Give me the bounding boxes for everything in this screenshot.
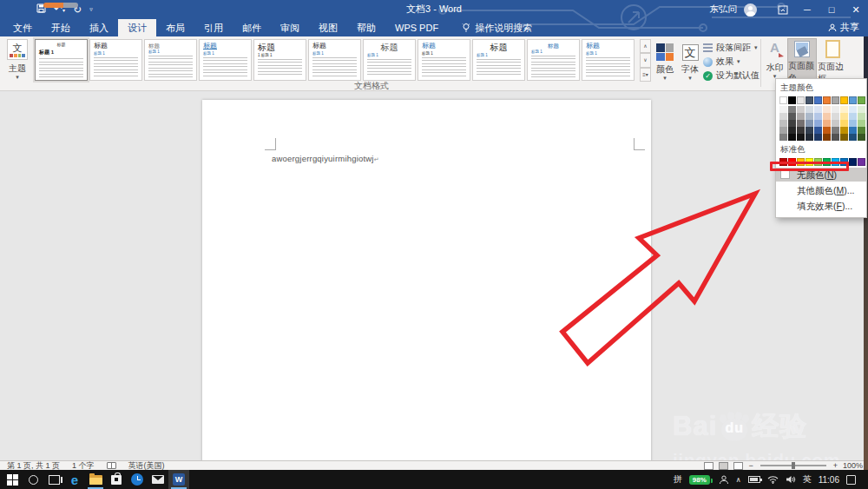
tint-swatch-r3-c8[interactable] <box>840 120 848 127</box>
edge-button[interactable]: e <box>64 470 85 489</box>
theme-color-swatch-3[interactable] <box>797 96 805 104</box>
tint-swatch-r4-c10[interactable] <box>858 127 865 134</box>
tint-swatch-r1-c1[interactable] <box>779 106 787 113</box>
tab-插入[interactable]: 插入 <box>80 19 118 36</box>
page-indicator[interactable]: 第 1 页, 共 1 页 <box>7 461 60 470</box>
tint-swatch-r4-c9[interactable] <box>849 127 857 134</box>
tab-布局[interactable]: 布局 <box>156 19 194 36</box>
read-mode-button[interactable] <box>704 462 713 470</box>
zoom-level[interactable]: 100% <box>843 461 863 470</box>
speaker-icon[interactable] <box>786 475 796 484</box>
tint-swatch-r4-c1[interactable] <box>779 127 787 134</box>
standard-color-swatch-10[interactable] <box>858 158 865 166</box>
account-name[interactable]: 东弘问 <box>710 3 738 16</box>
tint-swatch-r1-c2[interactable] <box>788 106 796 113</box>
battery-percent-widget[interactable]: 98% <box>689 475 710 485</box>
style-thumbnail-1[interactable]: 标题标题 1 <box>35 39 88 81</box>
tint-swatch-r1-c7[interactable] <box>832 106 839 113</box>
tint-swatch-r4-c2[interactable] <box>788 127 796 134</box>
style-thumbnail-10[interactable]: 标题标题 1 <box>527 39 580 81</box>
themes-button[interactable]: 文 主题 ▾ <box>3 39 32 89</box>
tint-swatch-r1-c5[interactable] <box>814 106 822 113</box>
ribbon-display-options-icon[interactable] <box>771 0 795 19</box>
tint-swatch-r1-c6[interactable] <box>823 106 831 113</box>
tint-swatch-r3-c4[interactable] <box>806 120 813 127</box>
tab-审阅[interactable]: 审阅 <box>271 19 309 36</box>
tint-swatch-r2-c2[interactable] <box>788 113 796 120</box>
tint-swatch-r4-c6[interactable] <box>823 127 831 134</box>
zoom-out-button[interactable]: − <box>748 461 753 470</box>
tint-swatch-r2-c5[interactable] <box>814 113 822 120</box>
action-center-icon[interactable] <box>846 475 856 485</box>
theme-color-swatch-5[interactable] <box>814 96 822 104</box>
tint-swatch-r4-c4[interactable] <box>806 127 813 134</box>
windows-start-button[interactable] <box>2 470 23 489</box>
mail-button[interactable] <box>148 470 168 489</box>
theme-color-swatch-10[interactable] <box>858 96 865 104</box>
language-indicator[interactable]: 英语(美国) <box>128 461 165 470</box>
people-icon[interactable] <box>719 475 729 485</box>
theme-fonts-button[interactable]: 文 字体 ▾ <box>678 40 702 81</box>
tint-swatch-r2-c6[interactable] <box>823 113 831 120</box>
proofing-icon[interactable] <box>107 462 116 469</box>
theme-color-swatch-9[interactable] <box>849 96 857 104</box>
tab-邮件[interactable]: 邮件 <box>233 19 271 36</box>
tint-swatch-r4-c5[interactable] <box>814 127 822 134</box>
tab-视图[interactable]: 视图 <box>309 19 347 36</box>
tint-swatch-r2-c10[interactable] <box>858 113 865 120</box>
avatar[interactable] <box>744 3 757 17</box>
gallery-more-button[interactable]: ≡▾ <box>640 68 651 82</box>
theme-color-swatch-6[interactable] <box>823 96 831 104</box>
tint-swatch-r3-c5[interactable] <box>814 120 822 127</box>
style-thumbnail-7[interactable]: 标题标题 1 <box>363 39 416 81</box>
tint-swatch-r1-c10[interactable] <box>858 106 865 113</box>
tint-swatch-r3-c1[interactable] <box>779 120 787 127</box>
tint-swatch-r2-c1[interactable] <box>779 113 787 120</box>
tint-swatch-r2-c7[interactable] <box>832 113 839 120</box>
microsoft-store-button[interactable] <box>106 470 127 489</box>
tint-swatch-r1-c4[interactable] <box>806 106 813 113</box>
theme-color-swatch-1[interactable] <box>779 96 787 104</box>
tint-swatch-r5-c9[interactable] <box>849 134 857 141</box>
web-layout-button[interactable] <box>733 462 743 470</box>
word-taskbar-button[interactable]: W <box>168 470 189 489</box>
style-thumbnail-11[interactable]: 标题标题 1 <box>582 39 635 81</box>
standard-color-swatch-9[interactable] <box>849 158 857 166</box>
tint-swatch-r2-c4[interactable] <box>806 113 813 120</box>
wifi-icon[interactable] <box>767 475 779 484</box>
zoom-in-button[interactable]: + <box>833 461 838 470</box>
ime-icon[interactable]: 拼 <box>674 473 682 486</box>
tint-swatch-r5-c5[interactable] <box>814 134 822 141</box>
style-thumbnail-5[interactable]: 标题1 标题 1 <box>253 39 306 81</box>
file-explorer-button[interactable] <box>85 470 106 489</box>
tint-swatch-r2-c9[interactable] <box>849 113 857 120</box>
share-button[interactable]: 共享 <box>828 21 859 34</box>
tint-swatch-r4-c8[interactable] <box>840 127 848 134</box>
paragraph-spacing-button[interactable]: 段落间距▾ <box>703 41 760 55</box>
tint-swatch-r1-c3[interactable] <box>797 106 805 113</box>
task-view-button[interactable] <box>43 470 64 489</box>
document-page[interactable]: awoergjerrgqiyuirmihgiotwj↵ <box>202 100 651 460</box>
tint-swatch-r3-c2[interactable] <box>788 120 796 127</box>
tab-文件[interactable]: 文件 <box>3 19 42 36</box>
gallery-scroll-down[interactable]: ∨ <box>640 53 651 67</box>
tint-swatch-r1-c8[interactable] <box>840 106 848 113</box>
hidden-icons-chevron[interactable]: ∧ <box>736 476 741 484</box>
tint-swatch-r2-c3[interactable] <box>797 113 805 120</box>
tab-帮助[interactable]: 帮助 <box>347 19 385 36</box>
gallery-scroll-up[interactable]: ∧ <box>640 39 651 53</box>
tint-swatch-r3-c10[interactable] <box>858 120 865 127</box>
alarms-clock-button[interactable] <box>127 470 148 489</box>
zoom-slider-thumb[interactable] <box>792 462 795 469</box>
document-text[interactable]: awoergjerrgqiyuirmihgiotwj↵ <box>272 154 379 163</box>
tint-swatch-r4-c7[interactable] <box>832 127 839 134</box>
theme-color-swatch-2[interactable] <box>788 96 796 104</box>
battery-icon[interactable] <box>748 476 760 483</box>
print-layout-button[interactable] <box>719 462 728 470</box>
style-thumbnail-6[interactable]: 标题标题 1 <box>308 39 361 81</box>
search-button[interactable] <box>23 470 43 489</box>
maximize-button[interactable]: □ <box>819 0 844 19</box>
word-count[interactable]: 1 个字 <box>72 461 95 470</box>
theme-colors-button[interactable]: 颜色 ▾ <box>653 40 677 81</box>
tab-设计[interactable]: 设计 <box>118 19 156 36</box>
